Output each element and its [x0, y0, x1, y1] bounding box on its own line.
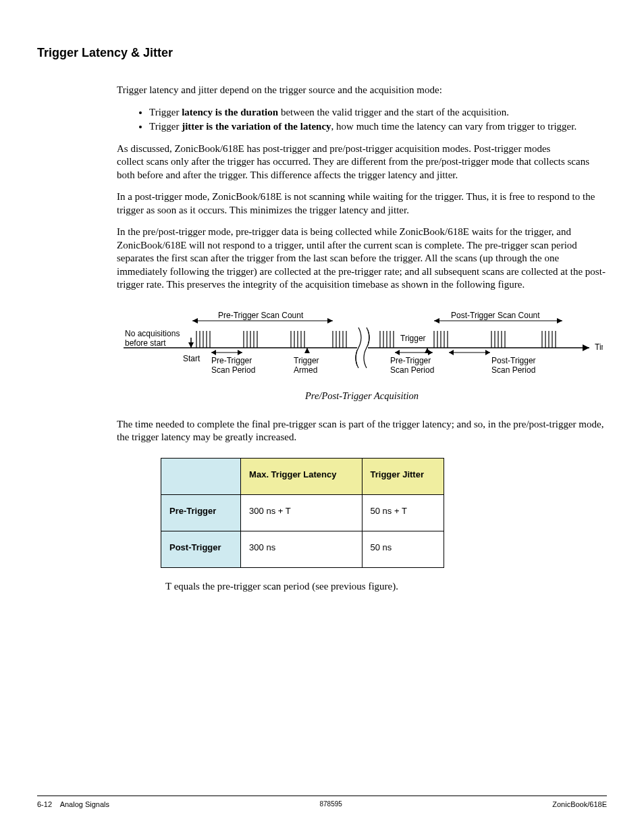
- start-label: Start: [183, 354, 200, 363]
- para-line: As discussed, ZonicBook/618E has post-tr…: [117, 143, 550, 154]
- svg-marker-28: [211, 350, 216, 355]
- no-acq-label: No acquisitions: [125, 329, 180, 338]
- svg-marker-62: [449, 350, 454, 355]
- table-header-cell: Trigger Jitter: [362, 458, 444, 494]
- post-scan-count-label: Post-Trigger Scan Count: [451, 311, 540, 320]
- pre-scan-count-label: Pre-Trigger Scan Count: [218, 311, 304, 320]
- svg-marker-56: [395, 350, 400, 355]
- scan-period-label-2: Scan Period: [390, 365, 434, 375]
- page-number: 6-12: [37, 800, 52, 808]
- bullet-suffix: between the valid trigger and the start …: [278, 107, 509, 118]
- table-row: Pre-Trigger 300 ns + T 50 ns + T: [161, 494, 444, 531]
- bullet-bold: latency is the duration: [182, 107, 278, 118]
- svg-marker-1: [583, 344, 589, 351]
- list-item: Trigger latency is the duration between …: [149, 106, 607, 120]
- bullet-suffix: , how much time the latency can vary fro…: [331, 121, 577, 132]
- table-cell: 300 ns + T: [241, 494, 362, 531]
- para-line: collect scans only after the trigger has…: [117, 156, 589, 180]
- svg-marker-31: [304, 348, 310, 353]
- svg-marker-63: [485, 350, 490, 355]
- latency-table: Max. Trigger Latency Trigger Jitter Pre-…: [161, 458, 444, 568]
- trigger-armed-label: Trigger: [294, 356, 319, 365]
- footer-left: 6-12 Analog Signals: [37, 800, 109, 808]
- list-item: Trigger jitter is the variation of the l…: [149, 120, 607, 134]
- timing-diagram: Time No acquisitions before start Start …: [117, 311, 607, 402]
- paragraph: In a post-trigger mode, ZonicBook/618E i…: [117, 190, 607, 217]
- table-row-header: Pre-Trigger: [161, 494, 241, 531]
- svg-marker-59: [434, 318, 439, 323]
- paragraph: As discussed, ZonicBook/618E has post-tr…: [117, 142, 607, 182]
- svg-marker-5: [192, 318, 198, 323]
- footer-center: 878595: [319, 800, 342, 808]
- post-scan-period-label: Post-Trigger: [491, 356, 536, 365]
- page: Trigger Latency & Jitter Trigger latency…: [0, 0, 644, 834]
- pre-scan-period-label-2: Pre-Trigger: [390, 356, 431, 365]
- bullet-bold: jitter is the variation of the latency: [182, 121, 331, 132]
- pre-scan-period-label: Pre-Trigger: [211, 356, 252, 365]
- bullet-prefix: Trigger: [149, 121, 182, 132]
- intro-paragraph: Trigger latency and jitter depend on the…: [117, 84, 607, 97]
- footer-right: ZonicBook/618E: [552, 800, 607, 808]
- paragraph: In the pre/post-trigger mode, pre-trigge…: [117, 226, 607, 292]
- svg-marker-6: [327, 318, 333, 323]
- table-cell: 300 ns: [241, 531, 362, 567]
- paragraph: The time needed to complete the final pr…: [117, 418, 607, 444]
- time-axis-label: Time: [595, 342, 603, 352]
- bullet-prefix: Trigger: [149, 107, 182, 118]
- bullet-list: Trigger latency is the duration between …: [117, 106, 607, 134]
- svg-marker-60: [557, 318, 562, 323]
- table-row-header: Post-Trigger: [161, 531, 241, 567]
- table-header-cell: Max. Trigger Latency: [241, 458, 362, 494]
- table-cell: 50 ns: [362, 531, 444, 567]
- table-row: Post-Trigger 300 ns 50 ns: [161, 531, 444, 567]
- footer-section-label: Analog Signals: [60, 800, 109, 808]
- table-footnote: T equals the pre-trigger scan period (se…: [165, 580, 607, 594]
- table-row: Max. Trigger Latency Trigger Jitter: [161, 458, 444, 494]
- section-title: Trigger Latency & Jitter: [37, 46, 607, 60]
- svg-marker-57: [428, 350, 433, 355]
- trigger-label: Trigger: [400, 334, 426, 343]
- scan-period-label-3: Scan Period: [491, 365, 535, 375]
- svg-marker-3: [188, 342, 194, 348]
- page-footer: 6-12 Analog Signals 878595 ZonicBook/618…: [37, 796, 607, 808]
- table-cell: 50 ns + T: [362, 494, 444, 531]
- timing-diagram-svg: Time No acquisitions before start Start …: [117, 311, 603, 385]
- body-column: Trigger latency and jitter depend on the…: [117, 84, 607, 593]
- svg-marker-29: [238, 350, 242, 355]
- armed-label: Armed: [294, 365, 317, 375]
- table-corner-cell: [161, 458, 241, 494]
- before-start-label: before start: [125, 338, 166, 348]
- scan-period-label: Scan Period: [211, 365, 255, 375]
- figure-caption: Pre/Post-Trigger Acquisition: [117, 390, 607, 402]
